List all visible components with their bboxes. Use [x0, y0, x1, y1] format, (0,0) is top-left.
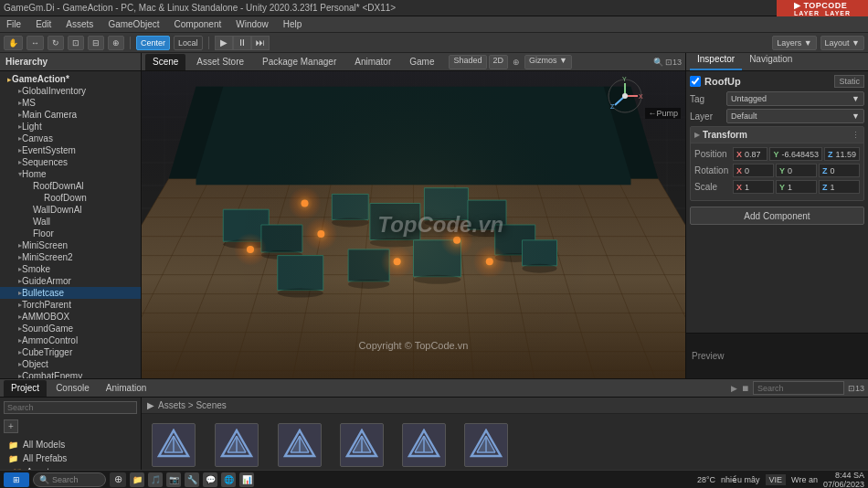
layers-btn[interactable]: Layers ▼ [772, 36, 816, 50]
taskbar-icon-2[interactable]: 📁 [130, 472, 144, 487]
tool-move[interactable]: ↔ [26, 36, 44, 50]
pause-button[interactable]: ⏸ [233, 36, 251, 50]
file-tree-item[interactable]: 📁All Prefabs [2, 451, 139, 465]
tool-transform[interactable]: ⊕ [108, 36, 124, 50]
taskbar-icon-3[interactable]: 🎵 [148, 472, 163, 487]
taskbar-note: Wre an [791, 475, 818, 484]
menu-help[interactable]: Help [281, 19, 305, 29]
tab-animation[interactable]: Animation [99, 380, 153, 397]
rotation-y-field[interactable]: Y 0 [776, 164, 817, 177]
hierarchy-item[interactable]: ▸Bulletcase [0, 287, 141, 299]
menu-gameobject[interactable]: GameObject [105, 19, 162, 29]
menu-edit[interactable]: Edit [33, 19, 54, 29]
taskbar-icon-8[interactable]: 📊 [239, 472, 254, 487]
taskbar-icon-7[interactable]: 🌐 [221, 472, 236, 487]
rotation-x-field[interactable]: X 0 [733, 164, 774, 177]
2d-toggle-btn[interactable]: 2D [489, 55, 509, 69]
gizmos-btn[interactable]: Gizmos ▼ [524, 55, 572, 69]
position-x-field[interactable]: X 0.87 [733, 147, 767, 161]
bottom-stop-icon[interactable]: ⏹ [741, 384, 749, 393]
tab-game[interactable]: Game [402, 54, 441, 70]
hierarchy-item[interactable]: ▸Light [0, 121, 141, 133]
layer-dropdown[interactable]: Default▼ [726, 109, 864, 123]
inspector-content: RoofUp Static Tag Untagged▼ Layer Defaul… [686, 71, 868, 333]
menu-assets[interactable]: Assets [63, 19, 96, 29]
menu-component[interactable]: Component [172, 19, 225, 29]
file-search-input[interactable] [4, 401, 137, 414]
tab-inspector[interactable]: Inspector [690, 54, 742, 70]
hierarchy-item[interactable]: ▸GlobalInventory [0, 85, 141, 97]
object-active-toggle[interactable] [690, 76, 701, 87]
scene-view-tools: Shaded 2D ⊕ Gizmos ▼ [449, 55, 571, 69]
play-controls: ▶ ⏸ ⏭ [215, 36, 270, 50]
scale-y-field[interactable]: Y 1 [776, 180, 817, 194]
hierarchy-item[interactable]: ▸Object [0, 358, 141, 370]
transform-body: Position X 0.87 Y -6.648453 Z 11.59 [691, 143, 863, 200]
pivot-local-btn[interactable]: Local [174, 36, 203, 50]
hierarchy-item[interactable]: ▸SoundGame [0, 323, 141, 334]
layout-btn[interactable]: Layout ▼ [820, 36, 864, 50]
taskbar-icon-6[interactable]: 💬 [203, 472, 217, 487]
hierarchy-item[interactable]: ▸GameAction* [0, 73, 141, 85]
hierarchy-item[interactable]: ▸MiniScreen [0, 239, 141, 251]
hierarchy-item[interactable]: ▸CubeTrigger [0, 346, 141, 358]
tab-project[interactable]: Project [4, 380, 47, 397]
pivot-center-btn[interactable]: Center [136, 36, 170, 50]
tool-hand[interactable]: ✋ [4, 36, 23, 50]
asset-thumbnail [402, 423, 446, 467]
taskbar-icon-5[interactable]: 🔧 [185, 472, 199, 487]
hierarchy-item[interactable]: ▾Home [0, 168, 141, 180]
asset-search-input[interactable] [753, 381, 844, 395]
rotation-z-field[interactable]: Z 0 [819, 164, 860, 177]
hierarchy-item[interactable]: ▸EventSystem [0, 144, 141, 156]
hierarchy-item[interactable]: ▸WallDownAl [0, 204, 141, 216]
static-toggle[interactable]: Static [834, 75, 864, 88]
hierarchy-item[interactable]: ▸CombatEnemy [0, 370, 141, 378]
hierarchy-item[interactable]: ▸Smoke [0, 263, 141, 275]
taskbar-icon-4[interactable]: 📷 [166, 472, 181, 487]
add-component-btn[interactable]: Add Component [690, 207, 864, 225]
scene-view[interactable]: TopCode.vn X Y Z ←Pump Copyright © TopCo… [142, 71, 685, 378]
add-asset-btn[interactable]: + [4, 419, 18, 433]
taskbar-unity-icon[interactable]: ⊕ [110, 472, 126, 487]
hierarchy-item[interactable]: ▸Canvas [0, 133, 141, 144]
transform-header[interactable]: ▶ Transform ⋮ [691, 127, 863, 143]
hierarchy-item[interactable]: ▸Wall [0, 216, 141, 228]
tab-animator[interactable]: Animator [347, 54, 398, 70]
hierarchy-item[interactable]: ▸GuideArmor [0, 275, 141, 287]
tab-console[interactable]: Console [48, 380, 97, 397]
menu-window[interactable]: Window [233, 19, 271, 29]
start-button[interactable]: ⊞ [4, 472, 29, 487]
shading-mode-btn[interactable]: Shaded [449, 55, 486, 69]
scale-x-field[interactable]: X 1 [733, 180, 774, 194]
position-y-field[interactable]: Y -6.648453 [769, 147, 822, 161]
step-button[interactable]: ⏭ [251, 36, 270, 50]
hierarchy-item[interactable]: ▸RoofDownAl [0, 180, 141, 192]
position-z-field[interactable]: Z 11.59 [824, 147, 860, 161]
tab-navigation[interactable]: Navigation [742, 54, 799, 70]
play-button[interactable]: ▶ [215, 36, 233, 50]
hierarchy-item[interactable]: ▸MS [0, 97, 141, 109]
tab-scene[interactable]: Scene [145, 54, 185, 70]
menu-file[interactable]: File [4, 19, 24, 29]
tool-scale[interactable]: ⊡ [68, 36, 84, 50]
hierarchy-item[interactable]: ▸Floor [0, 228, 141, 239]
hierarchy-item[interactable]: ▸MiniScreen2 [0, 251, 141, 263]
tool-rect[interactable]: ⊟ [88, 36, 104, 50]
hierarchy-item[interactable]: ▸AMMOBOX [0, 311, 141, 323]
transform-title: Transform [703, 130, 747, 140]
language-indicator[interactable]: VIE [766, 474, 787, 485]
hierarchy-item[interactable]: ▸TorchParent [0, 299, 141, 311]
bottom-play-icon[interactable]: ▶ [731, 384, 737, 393]
hierarchy-item[interactable]: ▸RoofDown [0, 192, 141, 204]
tab-asset-store[interactable]: Asset Store [189, 54, 251, 70]
hierarchy-item[interactable]: ▸Main Camera [0, 109, 141, 121]
hierarchy-item[interactable]: ▸Sequences [0, 156, 141, 168]
scale-z-field[interactable]: Z 1 [819, 180, 860, 194]
file-tree-item[interactable]: 📁All Models [2, 438, 139, 451]
hierarchy-item[interactable]: ▸AmmoControl [0, 334, 141, 346]
tool-rotate[interactable]: ↻ [48, 36, 64, 50]
tag-dropdown[interactable]: Untagged▼ [726, 91, 864, 106]
taskbar-search[interactable]: 🔍 Search [33, 472, 106, 487]
tab-package-manager[interactable]: Package Manager [255, 54, 344, 70]
